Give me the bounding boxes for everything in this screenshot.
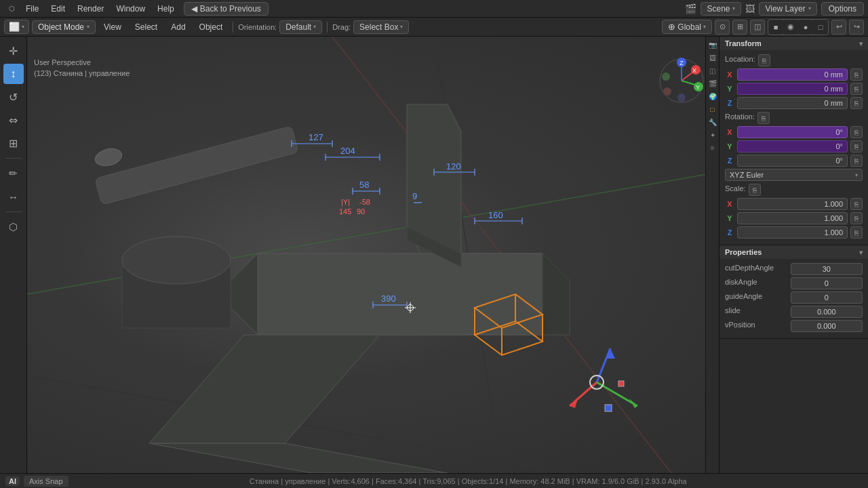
- rotation-y-copy-button[interactable]: ⎘: [850, 140, 863, 152]
- view-layer-selector[interactable]: View Layer ▾: [759, 2, 816, 16]
- overlay-icon[interactable]: ⊞: [732, 20, 747, 35]
- wireframe-shading-button[interactable]: □: [813, 20, 828, 35]
- undo-icon[interactable]: ↩: [831, 20, 846, 35]
- props-tab-render-icon[interactable]: 📷: [707, 39, 718, 50]
- tool-separator: [5, 158, 22, 159]
- tool-measure-icon[interactable]: ↔: [3, 186, 24, 207]
- props-tab-physics-icon[interactable]: ⚛: [707, 142, 718, 153]
- solid-shading-button[interactable]: ■: [768, 20, 783, 35]
- slide-field[interactable]: 0.000: [791, 306, 863, 318]
- menu-file[interactable]: File: [20, 3, 44, 15]
- navigation-gizmo[interactable]: X Y Z: [658, 57, 698, 98]
- properties-collapse-icon[interactable]: ▾: [859, 249, 863, 256]
- statusbar: AI Axis Snap Станина | управление | Vert…: [0, 473, 868, 488]
- svg-marker-25: [570, 399, 578, 408]
- blender-logo-icon[interactable]: ⬡: [4, 1, 19, 16]
- rotation-x-label: X: [725, 128, 734, 136]
- tool-move-icon[interactable]: ↕: [3, 64, 24, 84]
- location-z-row: Z 0 mm ⎘: [725, 97, 863, 109]
- props-tab-scene-icon[interactable]: 🎬: [707, 78, 718, 89]
- rendered-shading-button[interactable]: ●: [798, 20, 813, 35]
- viewport-view-menu[interactable]: View: [98, 21, 127, 33]
- rotation-y-field[interactable]: 0°: [737, 140, 848, 152]
- rotation-copy-button[interactable]: ⎘: [757, 112, 770, 124]
- location-x-field[interactable]: 0 mm: [737, 68, 848, 81]
- viewport-select-menu[interactable]: Select: [130, 21, 163, 33]
- menu-window[interactable]: Window: [111, 3, 151, 15]
- tool-annotate-icon[interactable]: ✏: [3, 163, 24, 184]
- menu-render[interactable]: Render: [72, 3, 109, 15]
- props-content: Transform ▾ Location: ⎘ X 0 mm ⎘ Y 0 mm: [719, 37, 868, 339]
- top-right-controls: 🎬 Scene ▾ 🖼 View Layer ▾ Options: [685, 2, 864, 16]
- disk-angle-label: diskAngle: [725, 278, 788, 286]
- transform-collapse-icon[interactable]: ▾: [859, 40, 863, 47]
- orientation-selector[interactable]: Default ▾: [279, 20, 322, 34]
- back-btn-label: Back to Previous: [200, 4, 261, 14]
- global-selector[interactable]: ⊕ Global ▾: [662, 20, 712, 34]
- tool-cursor-icon[interactable]: ✛: [3, 41, 24, 61]
- slide-label: slide: [725, 306, 788, 314]
- rotation-z-field[interactable]: 0°: [737, 155, 848, 167]
- viewport-shading-icon[interactable]: ⊙: [715, 20, 730, 35]
- props-tab-object-icon[interactable]: □: [707, 104, 718, 115]
- orientation-label: Orientation:: [238, 23, 277, 31]
- props-tab-output-icon[interactable]: 🖼: [707, 52, 718, 63]
- tool-add-cube-icon[interactable]: ⬡: [3, 217, 24, 237]
- scene-selector[interactable]: Scene ▾: [701, 2, 741, 16]
- scale-y-field[interactable]: 1.000: [737, 212, 848, 224]
- rotation-y-label: Y: [725, 142, 734, 150]
- tool-rotate-icon[interactable]: ↺: [3, 87, 24, 107]
- disk-angle-field[interactable]: 0: [791, 277, 863, 289]
- location-z-field[interactable]: 0 mm: [737, 97, 848, 109]
- object-mode-selector[interactable]: Object Mode ▾: [32, 20, 96, 34]
- props-tab-world-icon[interactable]: 🌍: [707, 91, 718, 102]
- header-toolbar: ⬜ ▾ Object Mode ▾ View Select Add Object…: [0, 18, 868, 37]
- scale-x-field[interactable]: 1.000: [737, 198, 848, 210]
- viewport-3d[interactable]: 127 204 58 |Y| -58 145 90 9 120 160 39: [27, 37, 719, 473]
- location-y-field[interactable]: 0 mm: [737, 83, 848, 95]
- global-chevron-icon: ▾: [703, 24, 706, 30]
- location-z-copy-button[interactable]: ⎘: [850, 97, 863, 109]
- location-copy-button[interactable]: ⎘: [758, 54, 770, 66]
- rotation-header-row: Rotation: ⎘: [725, 112, 863, 124]
- props-tab-particles-icon[interactable]: ✦: [707, 129, 718, 140]
- tool-scale-icon[interactable]: ⇔: [3, 110, 24, 130]
- drag-selector[interactable]: Select Box ▾: [353, 20, 409, 34]
- back-to-previous-button[interactable]: ◀ Back to Previous: [184, 2, 269, 16]
- material-shading-button[interactable]: ◉: [783, 20, 798, 35]
- options-button[interactable]: Options: [821, 2, 864, 16]
- cut-depth-angle-field[interactable]: 30: [791, 263, 863, 275]
- rotation-x-field[interactable]: 0°: [737, 126, 848, 138]
- redo-icon[interactable]: ↪: [849, 20, 864, 35]
- xray-icon[interactable]: ◫: [750, 20, 765, 35]
- viewport-add-menu[interactable]: Add: [165, 21, 191, 33]
- rotation-z-copy-button[interactable]: ⎘: [850, 155, 863, 167]
- props-tab-view-layer-icon[interactable]: ◫: [707, 65, 718, 76]
- scale-y-copy-button[interactable]: ⎘: [850, 212, 863, 224]
- menu-edit[interactable]: Edit: [45, 3, 71, 15]
- rotation-z-row: Z 0° ⎘: [725, 155, 863, 167]
- location-y-copy-button[interactable]: ⎘: [850, 83, 863, 95]
- rotation-mode-selector[interactable]: XYZ Euler ▾: [725, 169, 863, 181]
- tool-transform-icon[interactable]: ⊞: [3, 133, 24, 153]
- scale-x-copy-button[interactable]: ⎘: [850, 198, 863, 210]
- rotation-y-row: Y 0° ⎘: [725, 140, 863, 152]
- vposition-field[interactable]: 0.000: [791, 320, 863, 332]
- scale-z-field[interactable]: 1.000: [737, 226, 848, 239]
- props-tab-modifier-icon[interactable]: 🔧: [707, 117, 718, 127]
- location-x-copy-button[interactable]: ⎘: [850, 68, 863, 81]
- guide-angle-field[interactable]: 0: [791, 291, 863, 304]
- svg-point-72: [662, 73, 670, 81]
- editor-type-selector[interactable]: ⬜ ▾: [4, 20, 29, 34]
- transform-section-header[interactable]: Transform ▾: [719, 37, 868, 50]
- custom-properties-header[interactable]: Properties ▾: [719, 245, 868, 259]
- viewport-object-menu[interactable]: Object: [194, 21, 229, 33]
- rotation-x-copy-button[interactable]: ⎘: [850, 126, 863, 138]
- separator-2: [327, 22, 328, 33]
- menu-help[interactable]: Help: [152, 3, 180, 15]
- scale-copy-button[interactable]: ⎘: [749, 184, 761, 196]
- scale-z-copy-button[interactable]: ⎘: [850, 226, 863, 239]
- svg-text:58: 58: [359, 180, 369, 190]
- orientation-chevron-icon: ▾: [313, 24, 316, 30]
- disk-angle-row: diskAngle 0: [725, 277, 863, 289]
